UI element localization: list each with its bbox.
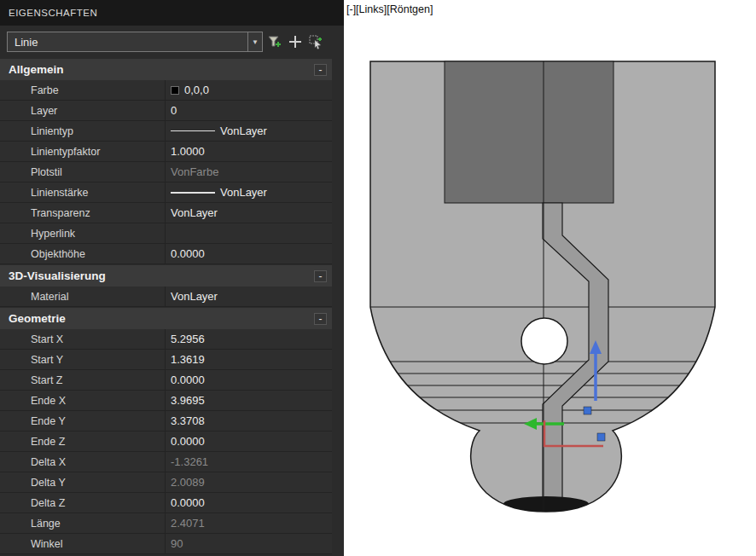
properties-sections: Allgemein-Farbe0,0,0Layer0LinientypVonLa… — [0, 58, 344, 554]
palette-title-bar[interactable]: EIGENSCHAFTEN — [0, 0, 344, 26]
property-value-text: 0 — [171, 104, 177, 117]
property-row-linienst-rke: LinienstärkeVonLayer — [0, 182, 332, 203]
property-value[interactable]: VonLayer — [165, 287, 332, 306]
property-row-ende-y: Ende Y3.3708 — [0, 411, 332, 431]
viewport-controls-label[interactable]: [-][Links][Röntgen] — [346, 3, 433, 15]
linetype-sample — [171, 192, 215, 194]
section-collapse-button[interactable]: - — [314, 270, 327, 282]
property-value[interactable]: 0 — [165, 101, 332, 120]
section-header-3d-visualisierung[interactable]: 3D-Visualisierung- — [0, 264, 332, 287]
property-label: Ende Y — [0, 411, 165, 431]
property-value-text: 3.3708 — [171, 414, 205, 427]
model-inner-cavity — [445, 61, 614, 203]
color-swatch — [171, 86, 179, 95]
toggle-pickadd-button[interactable] — [287, 32, 304, 51]
section-title: Allgemein — [9, 63, 314, 76]
property-value-text: -1.3261 — [171, 455, 208, 468]
property-value: -1.3261 — [165, 452, 332, 472]
property-value[interactable]: 0.0000 — [165, 493, 332, 513]
property-label: Ende X — [0, 391, 165, 410]
section-collapse-button[interactable]: - — [314, 313, 327, 325]
section-collapse-button[interactable]: - — [314, 64, 327, 76]
property-row-delta-y: Delta Y2.0089 — [0, 472, 332, 493]
property-value[interactable]: VonLayer — [165, 203, 332, 223]
drawing-viewport[interactable]: [-][Links][Röntgen] — [344, 0, 756, 556]
property-value-text: VonLayer — [171, 206, 218, 219]
property-value[interactable]: 5.2956 — [165, 329, 332, 349]
property-value[interactable]: 1.3619 — [165, 350, 332, 369]
select-objects-button[interactable] — [307, 32, 324, 51]
property-row-linientyp: LinientypVonLayer — [0, 121, 332, 142]
grip-handle[interactable] — [584, 407, 591, 414]
section-header-geometrie[interactable]: Geometrie- — [0, 307, 332, 329]
property-value-text: 90 — [171, 537, 183, 550]
property-value[interactable]: 3.9695 — [165, 391, 332, 410]
property-value-text: 5.2956 — [171, 333, 205, 345]
property-label: Plotstil — [0, 162, 165, 182]
section-title: 3D-Visualisierung — [9, 269, 314, 282]
section-header-allgemein[interactable]: Allgemein- — [0, 58, 332, 80]
property-label: Delta X — [0, 452, 165, 472]
linetype-sample — [171, 130, 215, 131]
property-row-linientypfaktor: Linientypfaktor1.0000 — [0, 142, 332, 162]
property-value-text: VonLayer — [220, 125, 267, 137]
property-value[interactable]: 0.0000 — [165, 431, 332, 451]
property-value[interactable]: 0.0000 — [165, 244, 332, 264]
property-value[interactable]: VonLayer — [165, 121, 332, 141]
property-row-winkel: Winkel90 — [0, 534, 332, 554]
quick-select-button[interactable] — [266, 32, 283, 51]
dropdown-arrow-icon[interactable]: ▼ — [247, 32, 262, 51]
property-value[interactable] — [165, 223, 332, 243]
property-value-text: 1.3619 — [171, 353, 205, 366]
property-value[interactable]: 0.0000 — [165, 370, 332, 390]
property-value[interactable]: 0,0,0 — [165, 80, 332, 100]
property-row-ende-z: Ende Z0.0000 — [0, 431, 332, 452]
property-value-text: 1.0000 — [171, 145, 205, 158]
property-label: Start Z — [0, 370, 165, 390]
property-label: Delta Y — [0, 472, 165, 492]
drawing-canvas[interactable] — [344, 0, 756, 556]
property-label: Länge — [0, 513, 165, 533]
property-label: Linientypfaktor — [0, 142, 165, 161]
property-label: Hyperlink — [0, 223, 165, 243]
grip-handle[interactable] — [597, 433, 605, 441]
property-label: Start Y — [0, 350, 165, 369]
property-row-farbe: Farbe0,0,0 — [0, 80, 332, 101]
property-row-delta-x: Delta X-1.3261 — [0, 452, 332, 472]
property-row-delta-z: Delta Z0.0000 — [0, 493, 332, 513]
property-label: Material — [0, 287, 165, 306]
quick-select-icon — [267, 34, 282, 49]
properties-palette: EIGENSCHAFTEN Linie ▼ — [0, 0, 344, 556]
property-row-start-x: Start X5.2956 — [0, 329, 332, 350]
model-hole — [521, 318, 567, 364]
model-bottom-shadow — [503, 496, 589, 512]
property-value-text: 0.0000 — [171, 435, 205, 448]
property-label: Transparenz — [0, 203, 165, 223]
palette-title: EIGENSCHAFTEN — [9, 8, 97, 18]
property-row-transparenz: TransparenzVonLayer — [0, 203, 332, 223]
property-row-start-z: Start Z0.0000 — [0, 370, 332, 391]
property-value-text: VonFarbe — [171, 165, 218, 178]
property-label: Objekthöhe — [0, 244, 165, 264]
property-row-layer: Layer0 — [0, 101, 332, 121]
property-value[interactable]: 1.0000 — [165, 142, 332, 161]
property-label: Farbe — [0, 80, 165, 100]
property-label: Layer — [0, 101, 165, 120]
object-type-dropdown[interactable]: Linie ▼ — [7, 32, 263, 52]
property-row-objekth-he: Objekthöhe0.0000 — [0, 244, 332, 264]
property-row-start-y: Start Y1.3619 — [0, 350, 332, 370]
property-value-text: VonLayer — [220, 186, 267, 199]
property-value-text: 0,0,0 — [184, 84, 209, 96]
property-value-text: 2.0089 — [171, 476, 205, 489]
property-value-text: 3.9695 — [171, 394, 205, 407]
property-value-text: 0.0000 — [171, 247, 205, 260]
property-value[interactable]: 3.3708 — [165, 411, 332, 431]
property-label: Ende Z — [0, 431, 165, 451]
property-value[interactable]: VonLayer — [165, 182, 332, 202]
property-value: VonFarbe — [165, 162, 332, 182]
property-label: Linienstärke — [0, 182, 165, 202]
property-value: 90 — [165, 534, 332, 553]
palette-toolbar: Linie ▼ — [0, 26, 344, 58]
property-value-text: 0.0000 — [171, 374, 205, 386]
property-label: Linientyp — [0, 121, 165, 141]
